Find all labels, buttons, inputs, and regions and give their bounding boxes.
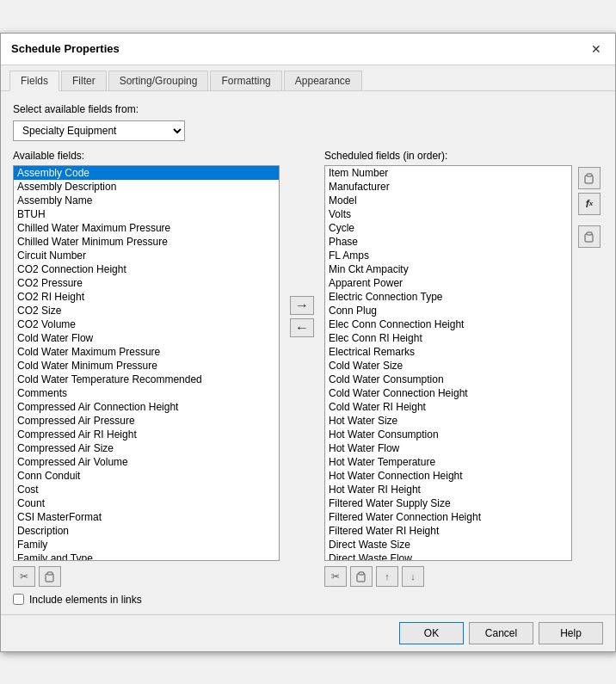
dialog-title: Schedule Properties: [11, 42, 120, 55]
list-item[interactable]: Cold Water Connection Height: [325, 386, 571, 400]
list-item[interactable]: Model: [325, 194, 571, 207]
list-item[interactable]: Cold Water Maximum Pressure: [14, 345, 279, 359]
list-item[interactable]: Compressed Air Size: [14, 441, 279, 455]
list-item[interactable]: Phase: [325, 235, 571, 249]
list-item[interactable]: Item Number: [325, 166, 571, 180]
list-item[interactable]: Family: [14, 538, 279, 552]
list-item[interactable]: Compressed Air RI Height: [14, 428, 279, 441]
list-item[interactable]: CO2 RI Height: [14, 290, 279, 304]
svg-rect-5: [587, 232, 592, 235]
list-item[interactable]: Cold Water Minimum Pressure: [14, 359, 279, 373]
left-bottom-icons: ✂: [13, 566, 280, 587]
list-item[interactable]: Cycle: [325, 221, 571, 235]
list-item[interactable]: Direct Waste Flow: [325, 552, 571, 561]
include-elements-checkbox[interactable]: [13, 594, 24, 605]
main-area: Available fields: Assembly Code Assembly…: [13, 150, 603, 587]
include-elements-label[interactable]: Include elements in links: [29, 594, 142, 606]
list-item[interactable]: Elec Conn Connection Height: [325, 317, 571, 331]
list-item[interactable]: Hot Water Size: [325, 414, 571, 428]
list-item[interactable]: Min Ckt Ampacity: [325, 262, 571, 276]
list-item[interactable]: Count: [14, 496, 279, 510]
content-area: Select available fields from: Specialty …: [1, 91, 615, 614]
right-bottom-icons: ✂ ↑ ↓: [324, 566, 603, 587]
list-item[interactable]: Description: [14, 524, 279, 538]
list-item[interactable]: Circuit Number: [14, 249, 279, 262]
list-item[interactable]: Hot Water RI Height: [325, 483, 571, 496]
schedule-properties-dialog: Schedule Properties ✕ Fields Filter Sort…: [0, 33, 616, 652]
list-item[interactable]: Family and Type: [14, 552, 279, 561]
list-item[interactable]: Assembly Description: [14, 180, 279, 194]
list-item[interactable]: Electrical Remarks: [325, 345, 571, 359]
right-paste-bottom-button[interactable]: [350, 566, 373, 587]
right-paste2-button[interactable]: [578, 225, 601, 248]
available-fields-listbox[interactable]: Assembly Code Assembly Description Assem…: [13, 165, 280, 561]
cancel-button[interactable]: Cancel: [469, 622, 533, 644]
available-fields-label: Available fields:: [13, 150, 280, 162]
list-item[interactable]: Electric Connection Type: [325, 290, 571, 304]
list-item[interactable]: Compressed Air Volume: [14, 455, 279, 469]
checkbox-row: Include elements in links: [13, 594, 603, 606]
list-item[interactable]: Filtered Water Connection Height: [325, 510, 571, 524]
available-fields-dropdown[interactable]: Specialty Equipment: [13, 120, 185, 141]
list-item[interactable]: Cold Water Flow: [14, 331, 279, 345]
list-item[interactable]: Compressed Air Connection Height: [14, 400, 279, 414]
list-item[interactable]: Volts: [325, 207, 571, 221]
left-cut-button[interactable]: ✂: [13, 566, 35, 587]
list-item[interactable]: Assembly Code: [14, 166, 279, 180]
list-item[interactable]: CO2 Connection Height: [14, 262, 279, 276]
formula-button[interactable]: fx: [578, 193, 601, 215]
list-item[interactable]: Cold Water RI Height: [325, 400, 571, 414]
list-item[interactable]: Cold Water Temperature Recommended: [14, 373, 279, 386]
list-item[interactable]: CO2 Volume: [14, 317, 279, 331]
list-item[interactable]: CSI MasterFormat: [14, 510, 279, 524]
list-item[interactable]: Chilled Water Maximum Pressure: [14, 221, 279, 235]
list-item[interactable]: Conn Plug: [325, 304, 571, 317]
tab-appearance[interactable]: Appearance: [284, 71, 362, 90]
dropdown-row: Specialty Equipment: [13, 120, 603, 141]
list-item[interactable]: Hot Water Consumption: [325, 428, 571, 441]
list-item[interactable]: CO2 Pressure: [14, 276, 279, 290]
move-up-button[interactable]: ↑: [376, 566, 398, 587]
list-item[interactable]: Hot Water Connection Height: [325, 469, 571, 483]
tab-filter[interactable]: Filter: [61, 71, 107, 90]
list-item[interactable]: Apparent Power: [325, 276, 571, 290]
svg-rect-3: [587, 174, 592, 176]
list-item[interactable]: Direct Waste Size: [325, 538, 571, 552]
list-item[interactable]: Filtered Water RI Height: [325, 524, 571, 538]
help-button[interactable]: Help: [539, 622, 603, 644]
tab-sorting-grouping[interactable]: Sorting/Grouping: [108, 71, 209, 90]
close-button[interactable]: ✕: [588, 40, 605, 58]
remove-field-button[interactable]: ←: [290, 318, 314, 337]
add-field-button[interactable]: →: [290, 296, 314, 315]
list-item[interactable]: BTUH: [14, 207, 279, 221]
list-item[interactable]: Filtered Water Supply Size: [325, 496, 571, 510]
list-item[interactable]: Conn Conduit: [14, 469, 279, 483]
list-item[interactable]: Assembly Name: [14, 194, 279, 207]
list-item[interactable]: Elec Conn RI Height: [325, 331, 571, 345]
list-item[interactable]: Hot Water Flow: [325, 441, 571, 455]
right-paste-button[interactable]: [578, 167, 601, 189]
available-fields-column: Available fields: Assembly Code Assembly…: [13, 150, 280, 587]
left-paste-button[interactable]: [39, 566, 61, 587]
list-item[interactable]: Compressed Air Pressure: [14, 414, 279, 428]
scheduled-fields-listbox[interactable]: Item Number Manufacturer Model Volts Cyc…: [324, 165, 572, 561]
ok-button[interactable]: OK: [399, 622, 464, 644]
select-label: Select available fields from:: [13, 103, 603, 115]
list-item[interactable]: Cold Water Size: [325, 359, 571, 373]
list-item[interactable]: Chilled Water Minimum Pressure: [14, 235, 279, 249]
svg-rect-7: [359, 572, 364, 575]
list-item[interactable]: Cost: [14, 483, 279, 496]
list-item[interactable]: CO2 Size: [14, 304, 279, 317]
right-cut-button[interactable]: ✂: [324, 566, 347, 587]
move-down-button[interactable]: ↓: [402, 566, 424, 587]
list-item[interactable]: Manufacturer: [325, 180, 571, 194]
tabs-bar: Fields Filter Sorting/Grouping Formattin…: [1, 65, 615, 91]
tab-formatting[interactable]: Formatting: [210, 71, 281, 90]
tab-fields[interactable]: Fields: [9, 71, 59, 91]
list-item[interactable]: Cold Water Consumption: [325, 373, 571, 386]
list-item[interactable]: Comments: [14, 386, 279, 400]
svg-rect-1: [47, 572, 52, 575]
list-item[interactable]: FL Amps: [325, 249, 571, 262]
footer: OK Cancel Help: [1, 614, 615, 651]
list-item[interactable]: Hot Water Temperature: [325, 455, 571, 469]
